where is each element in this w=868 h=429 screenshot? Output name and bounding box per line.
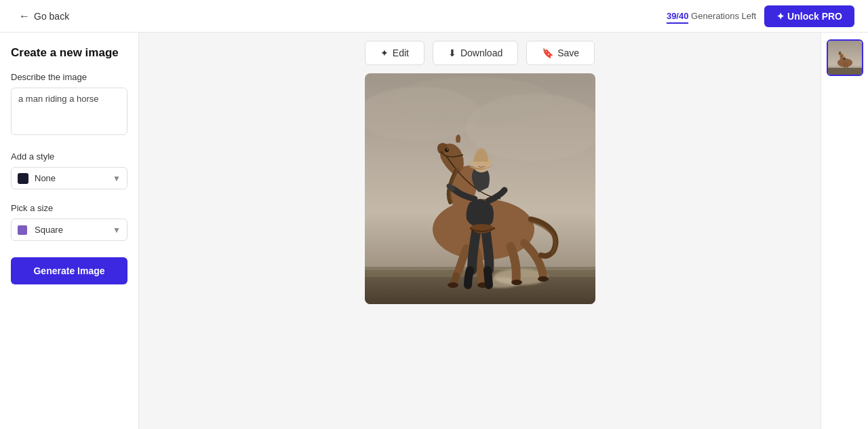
generations-counter: 39/40 Generations Left: [667, 11, 756, 21]
generated-image: [365, 73, 595, 304]
svg-point-14: [538, 276, 549, 282]
edit-label: Edit: [393, 48, 409, 58]
thumbnail-item[interactable]: [827, 39, 863, 76]
top-navigation: ← Go back 39/40 Generations Left ✦ Unloc…: [0, 0, 868, 33]
download-icon: ⬇: [448, 48, 456, 58]
svg-point-11: [448, 282, 458, 288]
save-label: Save: [557, 48, 579, 58]
content-area: ✦ Edit ⬇ Download 🔖 Save: [139, 33, 821, 429]
image-display-area: [139, 73, 821, 429]
generated-image-container: [365, 73, 595, 304]
prompt-label: Describe the image: [11, 72, 127, 82]
thumbnail-image: [828, 41, 862, 75]
generate-image-button[interactable]: Generate Image: [11, 257, 127, 284]
save-icon: 🔖: [542, 48, 553, 58]
style-select-wrapper: None Realistic Cartoon Watercolor Oil Pa…: [11, 167, 127, 189]
prompt-textarea[interactable]: a man riding a horse: [11, 88, 127, 135]
generations-label: Generations Left: [691, 11, 756, 21]
size-icon: [18, 225, 27, 235]
edit-button[interactable]: ✦ Edit: [365, 41, 425, 65]
main-layout: Create a new image Describe the image a …: [0, 33, 868, 429]
unlock-pro-label: ✦ Unlock PRO: [776, 11, 842, 22]
size-select[interactable]: Square Portrait Landscape: [11, 219, 127, 241]
go-back-button[interactable]: ← Go back: [14, 7, 75, 25]
svg-point-10: [447, 149, 448, 150]
svg-point-3: [392, 77, 555, 124]
download-button[interactable]: ⬇ Download: [433, 41, 518, 65]
sidebar: Create a new image Describe the image a …: [0, 33, 139, 429]
svg-point-13: [511, 280, 522, 285]
generations-used: 39/40: [667, 11, 689, 24]
thumbnail-panel: [821, 33, 868, 429]
svg-point-9: [445, 148, 449, 152]
size-select-wrapper: Square Portrait Landscape ▼: [11, 219, 127, 241]
image-toolbar: ✦ Edit ⬇ Download 🔖 Save: [139, 33, 821, 73]
download-label: Download: [460, 48, 502, 58]
style-icon: [18, 173, 28, 184]
sidebar-title: Create a new image: [11, 46, 127, 60]
back-arrow-icon: ←: [19, 10, 30, 22]
save-button[interactable]: 🔖 Save: [526, 41, 595, 65]
unlock-pro-button[interactable]: ✦ Unlock PRO: [764, 5, 854, 27]
go-back-label: Go back: [34, 11, 69, 22]
nav-right-section: 39/40 Generations Left ✦ Unlock PRO: [667, 5, 854, 27]
edit-icon: ✦: [380, 48, 389, 58]
svg-rect-17: [828, 68, 862, 75]
size-label: Pick a size: [11, 203, 127, 213]
style-label: Add a style: [11, 151, 127, 162]
